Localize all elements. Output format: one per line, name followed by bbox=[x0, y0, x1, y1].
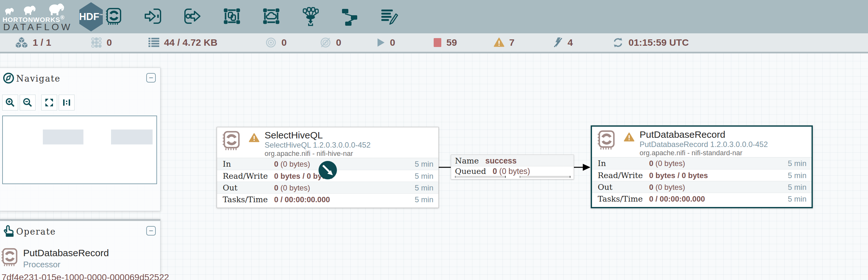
birdseye-minimap[interactable] bbox=[2, 116, 157, 184]
hortonworks-dataflow-logo: HORTONWORKS® DATAFLOW bbox=[3, 1, 75, 32]
processor-icon[interactable] bbox=[105, 7, 123, 26]
top-toolbar: HORTONWORKS® DATAFLOW HDF™ bbox=[0, 0, 868, 33]
cluster-count: 1 / 1 bbox=[33, 37, 51, 48]
processor-version: PutDatabaseRecord 1.2.0.3.0.0.0-452 bbox=[640, 140, 768, 149]
input-port-icon[interactable] bbox=[144, 7, 162, 26]
operate-collapse-button[interactable]: − bbox=[146, 226, 156, 235]
operate-title: Operate bbox=[16, 227, 56, 236]
stopped-square-icon bbox=[433, 38, 442, 47]
processor-putdatabaserecord[interactable]: PutDatabaseRecord PutDatabaseRecord 1.2.… bbox=[591, 125, 813, 208]
template-icon[interactable] bbox=[341, 7, 359, 26]
navigate-panel: Navigate − bbox=[0, 67, 160, 211]
navigate-collapse-button[interactable]: − bbox=[146, 73, 156, 83]
operate-header: Operate − bbox=[0, 221, 160, 242]
zoom-in-icon bbox=[5, 98, 15, 107]
hdf-badge: HDF™ bbox=[79, 2, 103, 31]
minimap-processor-rect bbox=[43, 130, 84, 144]
last-refresh-time: 01:15:59 UTC bbox=[628, 37, 689, 48]
selected-component-id: 7df4e231-015e-1000-0000-000069d52522 bbox=[2, 272, 169, 280]
cluster-cubes-icon bbox=[15, 36, 28, 49]
processor-version: SelectHiveQL 1.2.0.3.0.0.0-452 bbox=[265, 141, 371, 149]
selected-component-name: PutDatabaseRecord bbox=[23, 248, 109, 258]
disabled-bolt-icon bbox=[553, 37, 563, 48]
processor-glyph-icon bbox=[0, 248, 19, 268]
not-transmitting-count: 0 bbox=[336, 37, 341, 48]
zoom-in-button[interactable] bbox=[2, 94, 18, 110]
remote-process-group-icon[interactable] bbox=[262, 7, 280, 26]
processor-glyph-icon bbox=[221, 131, 241, 152]
zoom-fit-button[interactable] bbox=[41, 94, 57, 110]
stat-row-readwrite: Read/Write 0 bytes / 0 bytes 5 min bbox=[592, 169, 811, 181]
stat-transmitting: 0 bbox=[265, 33, 287, 52]
processor-name: PutDatabaseRecord bbox=[640, 129, 725, 140]
fit-icon bbox=[44, 98, 54, 107]
compass-icon bbox=[3, 73, 14, 84]
hand-pointer-icon bbox=[2, 225, 14, 237]
stat-threads: 0 bbox=[91, 33, 112, 52]
label-icon[interactable] bbox=[380, 7, 399, 26]
stat-cluster: 1 / 1 bbox=[15, 33, 51, 52]
funnel-icon[interactable] bbox=[301, 7, 320, 26]
nifi-canvas-screen: HORTONWORKS® DATAFLOW HDF™ bbox=[0, 0, 868, 280]
output-port-icon[interactable] bbox=[183, 7, 202, 26]
invalid-warning-icon bbox=[624, 132, 634, 142]
elephants-logo-icon bbox=[3, 2, 76, 16]
stopped-count: 59 bbox=[446, 37, 457, 48]
processor-bundle: org.apache.nifi - nifi-hive-nar bbox=[265, 149, 353, 158]
navigate-title: Navigate bbox=[16, 74, 61, 83]
process-group-icon[interactable] bbox=[223, 7, 241, 26]
actual-size-button[interactable] bbox=[59, 94, 74, 110]
connection-name-value: success bbox=[486, 156, 517, 165]
queue-count-percent-bar bbox=[455, 176, 506, 178]
threads-dots-icon bbox=[91, 37, 102, 48]
navigate-header: Navigate − bbox=[0, 68, 160, 89]
warning-triangle-icon bbox=[494, 37, 504, 48]
threads-count: 0 bbox=[106, 37, 112, 48]
transmitting-icon bbox=[265, 37, 277, 48]
stat-disabled: 4 bbox=[553, 33, 573, 52]
warning-count: 7 bbox=[509, 37, 515, 48]
processor-bundle: org.apache.nifi - nifi-standard-nar bbox=[640, 149, 742, 157]
queued-list-icon bbox=[149, 37, 159, 48]
stat-running: 0 bbox=[377, 33, 395, 52]
connection-name-key: Name bbox=[455, 156, 479, 165]
connection-label[interactable]: Name success Queued 0 (0 bytes) bbox=[451, 155, 574, 179]
connect-drag-handle-icon bbox=[318, 161, 337, 179]
running-count: 0 bbox=[390, 37, 395, 48]
stat-row-out: Out 0 (0 bytes) 5 min bbox=[592, 181, 811, 193]
zoom-out-icon bbox=[23, 98, 32, 107]
processor-glyph-icon bbox=[596, 130, 616, 151]
stat-queued: 44 / 4.72 KB bbox=[149, 33, 217, 52]
operate-panel: Operate − PutDatabaseRecord Processor 7d… bbox=[0, 219, 160, 280]
disabled-count: 4 bbox=[567, 37, 573, 48]
stat-row-in: In 0 (0 bytes) 5 min bbox=[592, 158, 811, 169]
component-toolbar bbox=[105, 7, 399, 26]
minimap-processor-rect bbox=[111, 130, 153, 144]
stat-not-transmitting: 0 bbox=[320, 33, 341, 52]
stat-row-out: Out 0 (0 bytes) 5 min bbox=[217, 181, 438, 193]
brand-product: DATAFLOW bbox=[3, 22, 72, 32]
one-to-one-icon bbox=[62, 98, 71, 107]
selected-component-type: Processor bbox=[23, 260, 60, 270]
connection-queued-value: 0 (0 bytes) bbox=[493, 167, 530, 175]
queue-size-percent-bar bbox=[520, 176, 570, 178]
zoom-out-button[interactable] bbox=[20, 94, 35, 110]
invalid-warning-icon bbox=[249, 133, 259, 143]
stat-row-taskstime: Tasks/Time 0 / 00:00:00.000 5 min bbox=[592, 193, 811, 204]
queue-percent-bars bbox=[451, 175, 574, 178]
connection-name-row: Name success bbox=[451, 155, 574, 166]
not-transmitting-icon bbox=[320, 37, 331, 48]
refresh-icon[interactable] bbox=[612, 37, 624, 48]
connection-queued-row: Queued 0 (0 bytes) bbox=[451, 166, 574, 176]
running-play-icon bbox=[377, 38, 385, 47]
navigate-buttons bbox=[2, 94, 74, 110]
transmitting-count: 0 bbox=[281, 37, 287, 48]
stat-stopped: 59 bbox=[433, 33, 457, 52]
stat-refresh: 01:15:59 UTC bbox=[612, 33, 689, 52]
status-bar: 1 / 1 0 44 / 4.72 KB bbox=[0, 33, 868, 53]
connection-queued-key: Queued bbox=[455, 167, 486, 176]
queued-count: 44 / 4.72 KB bbox=[164, 37, 217, 48]
processor-name: SelectHiveQL bbox=[265, 130, 323, 141]
stat-warning: 7 bbox=[494, 33, 515, 52]
stat-row-taskstime: Tasks/Time 0 / 00:00:00.000 5 min bbox=[217, 193, 438, 205]
